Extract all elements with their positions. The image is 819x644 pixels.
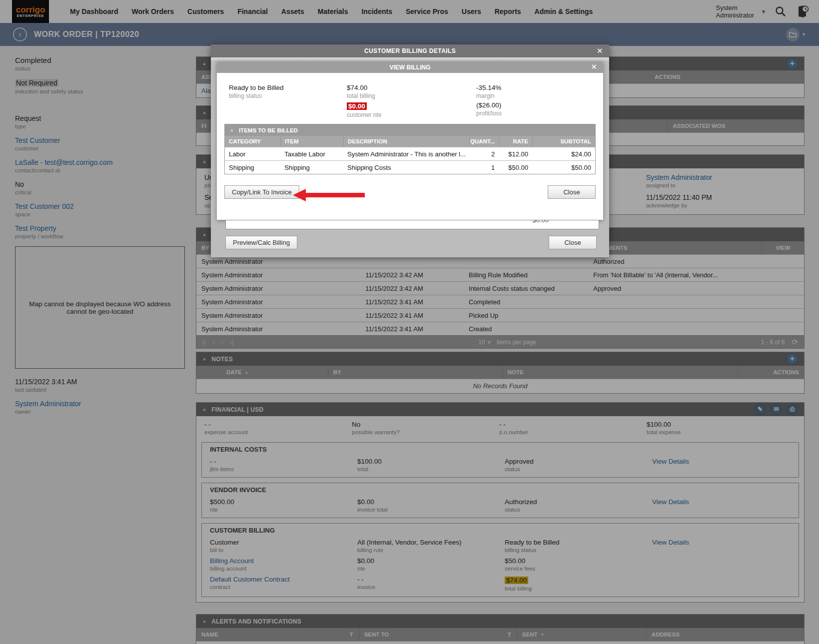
preview-calc-billing-button[interactable]: Preview/Calc Billing <box>225 236 297 249</box>
stat-margin: -35.14% margin <box>476 84 501 99</box>
close-icon[interactable]: ✕ <box>591 62 597 71</box>
outer-dialog-titlebar: CUSTOMER BILLING DETAILS ✕ <box>211 44 609 57</box>
stat-customer-nte: $0.00 customer nte <box>347 101 381 118</box>
inner-dialog-titlebar: VIEW BILLING ✕ <box>217 61 603 73</box>
close-button[interactable]: Close <box>548 185 596 199</box>
stat-profit-loss: ($26.00) profit/loss <box>476 101 502 117</box>
items-to-be-billed-table: ▲ ITEMS TO BE BILLED CATEGORY ITEM DESCR… <box>224 124 596 174</box>
copy-link-to-invoice-button[interactable]: Copy/Link To Invoice <box>224 185 299 199</box>
stat-total-billing: $74.00 total billing <box>347 84 375 99</box>
occluded-panel-sliver: $0.00 <box>225 220 599 229</box>
collapse-icon[interactable]: ▲ <box>230 128 234 132</box>
close-button[interactable]: Close <box>549 236 597 249</box>
billed-item-row: Shipping Shipping Shipping Costs 1 $50.0… <box>225 160 595 174</box>
stat-billing-status: Ready to be Billed billing status <box>229 84 284 99</box>
close-icon[interactable]: ✕ <box>597 46 603 55</box>
billing-stats: Ready to be Billed billing status $74.00… <box>217 73 603 124</box>
customer-billing-details-dialog: CUSTOMER BILLING DETAILS ✕ VIEW BILLING … <box>211 44 609 257</box>
annotation-arrow <box>293 188 365 204</box>
view-billing-dialog: VIEW BILLING ✕ Ready to be Billed billin… <box>217 61 603 220</box>
billed-item-row: Labor Taxable Labor System Administrator… <box>225 147 595 160</box>
